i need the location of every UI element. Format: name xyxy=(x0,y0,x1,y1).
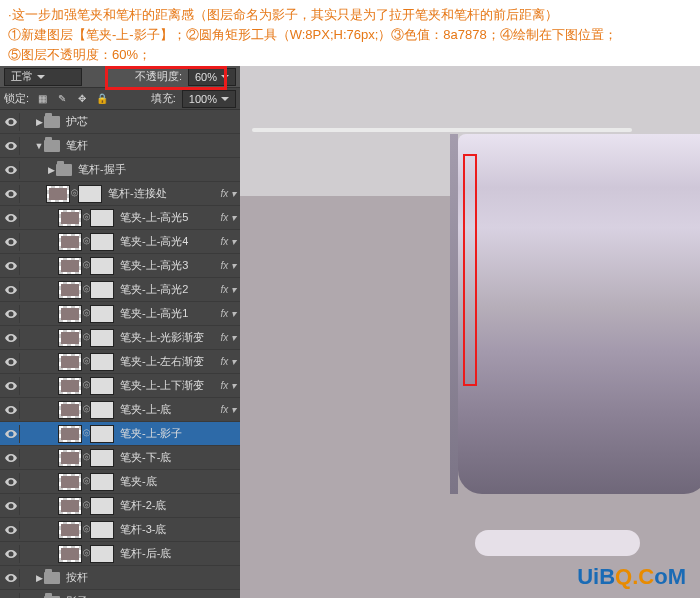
fx-badge[interactable]: fx ▾ xyxy=(220,332,236,343)
fx-badge[interactable]: fx ▾ xyxy=(220,308,236,319)
layer-row[interactable]: ▶影子 xyxy=(0,590,240,598)
link-icon: ⦾ xyxy=(82,284,90,295)
canvas-area[interactable]: UiBQ.CoM xyxy=(240,66,700,598)
tutorial-line2: ①新建图层【笔夹-上-影子】；②圆角矩形工具（W:8PX;H:76px;）③色值… xyxy=(8,26,692,44)
visibility-eye-icon[interactable] xyxy=(2,233,20,251)
layer-row[interactable]: ⦾笔杆-后-底 xyxy=(0,542,240,566)
fill-label: 填充: xyxy=(151,91,176,106)
layer-row[interactable]: ▶按杆 xyxy=(0,566,240,590)
visibility-eye-icon[interactable] xyxy=(2,305,20,323)
layer-row[interactable]: ⦾笔杆-2-底 xyxy=(0,494,240,518)
fx-badge[interactable]: fx ▾ xyxy=(220,284,236,295)
chevron-down-icon xyxy=(37,75,45,79)
tutorial-line3: ⑤图层不透明度：60%； xyxy=(8,46,692,64)
link-icon: ⦾ xyxy=(82,212,90,223)
visibility-eye-icon[interactable] xyxy=(2,161,20,179)
visibility-eye-icon[interactable] xyxy=(2,569,20,587)
lock-transparency-icon[interactable]: ▦ xyxy=(35,92,49,106)
layer-name: 按杆 xyxy=(66,570,240,585)
fold-toggle-icon[interactable]: ▶ xyxy=(34,117,44,127)
lock-brush-icon[interactable]: ✎ xyxy=(55,92,69,106)
vector-mask-thumb xyxy=(90,497,114,515)
visibility-eye-icon[interactable] xyxy=(2,545,20,563)
tutorial-text: ·这一步加强笔夹和笔杆的距离感（图层命名为影子，其实只是为了拉开笔夹和笔杆的前后… xyxy=(0,0,700,70)
visibility-eye-icon[interactable] xyxy=(2,497,20,515)
layer-row[interactable]: ⦾笔夹-底 xyxy=(0,470,240,494)
fx-badge[interactable]: fx ▾ xyxy=(220,212,236,223)
fold-toggle-icon[interactable]: ▼ xyxy=(34,141,44,151)
fx-badge[interactable]: fx ▾ xyxy=(220,188,236,199)
layer-row[interactable]: ⦾笔夹-上-高光5fx ▾ xyxy=(0,206,240,230)
layer-row[interactable]: ⦾笔夹-上-高光1fx ▾ xyxy=(0,302,240,326)
layer-row[interactable]: ⦾笔夹-上-高光2fx ▾ xyxy=(0,278,240,302)
layer-row[interactable]: ⦾笔杆-3-底 xyxy=(0,518,240,542)
layer-row[interactable]: ⦾笔夹-上-底fx ▾ xyxy=(0,398,240,422)
link-icon: ⦾ xyxy=(82,236,90,247)
photoshop-window: 正常 不透明度: 60% 锁定: ▦ ✎ ✥ 🔒 填充: 100% ▶护芯▼笔杆… xyxy=(0,66,700,598)
layer-name: 笔杆-2-底 xyxy=(120,498,240,513)
layer-name: 笔杆-握手 xyxy=(78,162,240,177)
visibility-eye-icon[interactable] xyxy=(2,377,20,395)
fx-badge[interactable]: fx ▾ xyxy=(220,356,236,367)
visibility-eye-icon[interactable] xyxy=(2,593,20,599)
layer-row[interactable]: ⦾笔夹-上-上下渐变fx ▾ xyxy=(0,374,240,398)
fx-badge[interactable]: fx ▾ xyxy=(220,380,236,391)
visibility-eye-icon[interactable] xyxy=(2,185,20,203)
layer-row[interactable]: ⦾笔夹-上-影子 xyxy=(0,422,240,446)
visibility-eye-icon[interactable] xyxy=(2,281,20,299)
visibility-eye-icon[interactable] xyxy=(2,257,20,275)
fx-badge[interactable]: fx ▾ xyxy=(220,260,236,271)
link-icon: ⦾ xyxy=(82,356,90,367)
visibility-eye-icon[interactable] xyxy=(2,521,20,539)
visibility-eye-icon[interactable] xyxy=(2,113,20,131)
layer-row[interactable]: ⦾笔夹-上-高光3fx ▾ xyxy=(0,254,240,278)
visibility-eye-icon[interactable] xyxy=(2,137,20,155)
tutorial-line1: ·这一步加强笔夹和笔杆的距离感（图层命名为影子，其实只是为了拉开笔夹和笔杆的前后… xyxy=(8,6,692,24)
layer-thumb xyxy=(58,305,82,323)
fold-toggle-icon[interactable]: ▶ xyxy=(34,573,44,583)
visibility-eye-icon[interactable] xyxy=(2,449,20,467)
vector-mask-thumb xyxy=(90,257,114,275)
visibility-eye-icon[interactable] xyxy=(2,209,20,227)
layer-row[interactable]: ▶护芯 xyxy=(0,110,240,134)
layer-name: 护芯 xyxy=(66,114,240,129)
link-icon: ⦾ xyxy=(82,404,90,415)
visibility-eye-icon[interactable] xyxy=(2,473,20,491)
fill-value: 100% xyxy=(189,93,217,105)
layer-row[interactable]: ▼笔杆 xyxy=(0,134,240,158)
visibility-eye-icon[interactable] xyxy=(2,353,20,371)
layer-name: 笔夹-上-底 xyxy=(120,402,220,417)
link-icon: ⦾ xyxy=(82,548,90,559)
layers-panel: 正常 不透明度: 60% 锁定: ▦ ✎ ✥ 🔒 填充: 100% ▶护芯▼笔杆… xyxy=(0,66,240,598)
lock-position-icon[interactable]: ✥ xyxy=(75,92,89,106)
layer-row[interactable]: ⦾笔夹-上-高光4fx ▾ xyxy=(0,230,240,254)
lock-all-icon[interactable]: 🔒 xyxy=(95,92,109,106)
link-icon: ⦾ xyxy=(82,524,90,535)
layer-row[interactable]: ⦾笔夹-上-光影渐变fx ▾ xyxy=(0,326,240,350)
opacity-value: 60% xyxy=(195,71,217,83)
opacity-label: 不透明度: xyxy=(135,69,182,84)
blend-mode-dropdown[interactable]: 正常 xyxy=(4,68,82,86)
fill-dropdown[interactable]: 100% xyxy=(182,90,236,108)
link-icon: ⦾ xyxy=(82,260,90,271)
folder-icon xyxy=(44,116,60,128)
layer-row[interactable]: ▶笔杆-握手 xyxy=(0,158,240,182)
layer-thumb xyxy=(58,401,82,419)
opacity-dropdown[interactable]: 60% xyxy=(188,68,236,86)
fold-toggle-icon[interactable]: ▶ xyxy=(46,165,56,175)
layer-row[interactable]: ⦾笔夹-下-底 xyxy=(0,446,240,470)
vector-mask-thumb xyxy=(90,401,114,419)
vector-mask-thumb xyxy=(90,281,114,299)
chevron-down-icon xyxy=(221,97,229,101)
layers-list[interactable]: ▶护芯▼笔杆▶笔杆-握手⦾笔杆-连接处fx ▾⦾笔夹-上-高光5fx ▾⦾笔夹-… xyxy=(0,110,240,598)
layer-name: 笔杆-3-底 xyxy=(120,522,240,537)
layer-row[interactable]: ⦾笔夹-上-左右渐变fx ▾ xyxy=(0,350,240,374)
fx-badge[interactable]: fx ▾ xyxy=(220,236,236,247)
visibility-eye-icon[interactable] xyxy=(2,425,20,443)
fx-badge[interactable]: fx ▾ xyxy=(220,404,236,415)
visibility-eye-icon[interactable] xyxy=(2,401,20,419)
folder-icon xyxy=(44,140,60,152)
link-icon: ⦾ xyxy=(82,308,90,319)
layer-row[interactable]: ⦾笔杆-连接处fx ▾ xyxy=(0,182,240,206)
visibility-eye-icon[interactable] xyxy=(2,329,20,347)
